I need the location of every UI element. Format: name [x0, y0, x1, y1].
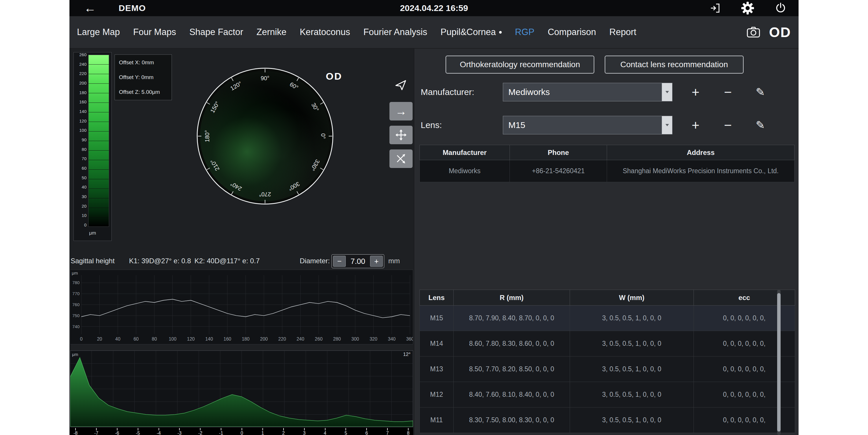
tab-shape-factor[interactable]: Shape Factor: [189, 27, 243, 37]
eye-indicator: OD: [769, 24, 791, 40]
lens-table-scrollbar: [777, 290, 781, 435]
column-header: R (mm): [454, 290, 570, 306]
svg-text:60: 60: [133, 337, 138, 342]
svg-text:20: 20: [97, 337, 102, 342]
table-row[interactable]: M158.70, 7.90, 8.40, 8.70, 0, 0, 03, 0.5…: [420, 306, 795, 331]
ruler-number: 7: [386, 431, 389, 435]
scale-tick-label: 200: [74, 81, 87, 85]
ruler-number: -6: [115, 431, 119, 435]
svg-text:μm: μm: [72, 352, 78, 357]
ruler-tick: [387, 428, 388, 430]
tab-pupil-cornea[interactable]: Pupil&Cornea: [440, 27, 501, 37]
table-row[interactable]: M118.30, 7.50, 8.00, 8.30, 0, 0, 03, 0.5…: [420, 407, 795, 433]
ruler-tick: [262, 428, 263, 430]
orthokeratology-recommendation-button[interactable]: Orthokeratology recommendation: [445, 56, 594, 74]
lens-dropdown[interactable]: M15: [503, 116, 673, 135]
move-icon: [395, 129, 407, 141]
tab-large-map[interactable]: Large Map: [77, 27, 120, 37]
apply-to-right-button[interactable]: →: [390, 102, 412, 120]
ruler-tick: [138, 428, 138, 430]
table-cell: M15: [420, 306, 454, 331]
remove-manufacturer-button[interactable]: −: [720, 83, 736, 102]
ruler-tick: [96, 428, 97, 430]
sagittal-height-label: Sagittal height: [71, 253, 115, 269]
tab-label: Fourier Analysis: [363, 27, 427, 37]
ruler-tick: [159, 428, 159, 430]
topography-map[interactable]: 0°30°60°90°120°150°180°210°240°270°300°3…: [197, 68, 333, 204]
dropdown-button[interactable]: [662, 116, 672, 134]
scrollbar-thumb[interactable]: [777, 293, 781, 432]
tab-fourier-analysis[interactable]: Fourier Analysis: [363, 27, 427, 37]
pointer-tool[interactable]: [394, 78, 407, 93]
tab-rgp[interactable]: RGP: [515, 27, 534, 37]
settings-button[interactable]: [741, 2, 754, 14]
move-button[interactable]: [390, 126, 412, 144]
screenshot-camera-button[interactable]: [746, 26, 761, 38]
add-manufacturer-button[interactable]: +: [687, 83, 704, 102]
edit-manufacturer-button[interactable]: ✎: [752, 83, 769, 102]
svg-text:260: 260: [315, 337, 322, 342]
tab-report[interactable]: Report: [609, 27, 636, 37]
scale-tick-label: 180: [74, 90, 87, 95]
back-button[interactable]: ←: [84, 2, 96, 14]
edit-lens-button[interactable]: ✎: [752, 116, 769, 135]
ruler-tick: [75, 428, 76, 430]
expand-button[interactable]: [390, 149, 412, 168]
exit-session-button[interactable]: [709, 3, 720, 13]
dropdown-button[interactable]: [662, 83, 672, 101]
tab-label: Four Maps: [133, 27, 176, 37]
table-cell: +86-21-54260421: [509, 160, 607, 182]
pupil-cornea-dot: [499, 31, 502, 34]
power-button[interactable]: [775, 2, 786, 14]
offset-y-value: Offset Y: 0mm: [119, 74, 167, 81]
remove-lens-button[interactable]: −: [720, 116, 736, 135]
table-row[interactable]: M138.50, 7.70, 8.20, 8.50, 0, 0, 03, 0.5…: [420, 356, 795, 382]
scale-tick-label: 20: [74, 204, 87, 208]
table-row[interactable]: Mediworks+86-21-54260421Shanghai MediWor…: [420, 160, 795, 182]
table-cell: M13: [420, 356, 454, 382]
diameter-decrease-button[interactable]: −: [333, 256, 346, 267]
contact-lens-recommendation-button[interactable]: Contact lens recommendation: [605, 56, 744, 74]
tab-zernike[interactable]: Zernike: [257, 27, 286, 37]
scale-tick-label: 50: [74, 175, 87, 180]
table-cell: 3, 0.5, 0.5, 1, 0, 0, 0: [570, 306, 693, 331]
diameter-increase-button[interactable]: +: [370, 256, 383, 267]
ruler-number: -2: [198, 431, 202, 435]
column-header: Phone: [509, 145, 607, 160]
degree-label-0: 0°: [320, 133, 327, 139]
page: ← DEMO 2024.04.22 16:59: [0, 0, 868, 435]
table-row[interactable]: M128.40, 7.60, 8.10, 8.40, 0, 0, 03, 0.5…: [420, 382, 795, 407]
table-cell: 3, 0.5, 0.5, 1, 0, 0, 0: [570, 382, 693, 407]
diameter-stepper: − 7.00 +: [332, 254, 384, 268]
svg-text:300: 300: [351, 337, 359, 342]
ruler-tick: [179, 428, 180, 430]
table-row[interactable]: M148.60, 7.80, 8.30, 8.60, 0, 0, 03, 0.5…: [420, 331, 795, 356]
map-eye-label: OD: [326, 71, 342, 82]
tab-four-maps[interactable]: Four Maps: [133, 27, 176, 37]
lens-table: LensR (mm)W (mm)eccM158.70, 7.90, 8.40, …: [420, 290, 795, 433]
ruler-tick: [408, 428, 408, 430]
table-cell: 3, 0.5, 0.5, 1, 0, 0, 0: [570, 407, 693, 433]
table-cell: M11: [420, 407, 454, 433]
degree-tick: [265, 69, 265, 72]
tab-comparison[interactable]: Comparison: [548, 27, 596, 37]
sagittal-height-chart: 0204060801001201401601802002202402602803…: [70, 270, 413, 344]
pencil-icon: ✎: [756, 86, 765, 98]
manufacturer-dropdown[interactable]: Mediworks: [503, 83, 673, 102]
column-header: Lens: [420, 290, 454, 306]
lens-value: M15: [503, 116, 662, 134]
svg-text:360: 360: [406, 337, 413, 342]
ruler-tick: [325, 428, 326, 430]
add-lens-button[interactable]: +: [687, 116, 704, 135]
offset-z-value: Offset Z: 5.00μm: [119, 89, 167, 95]
table-cell: 8.30, 7.50, 8.00, 8.30, 0, 0, 0: [454, 407, 570, 433]
manufacturer-value: Mediworks: [503, 83, 662, 101]
svg-text:750: 750: [72, 313, 80, 318]
table-cell: Mediworks: [420, 160, 510, 182]
scale-tick-label: 60: [74, 166, 87, 171]
tab-keratoconus[interactable]: Keratoconus: [300, 27, 350, 37]
diameter-value: 7.00: [347, 257, 369, 266]
pencil-icon: ✎: [756, 119, 765, 131]
table-cell: 8.50, 7.70, 8.20, 8.50, 0, 0, 0: [454, 356, 570, 382]
chevron-down-icon: [665, 91, 669, 93]
